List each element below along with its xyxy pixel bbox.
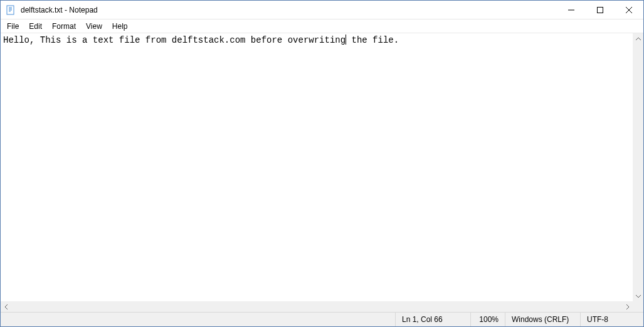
menu-view[interactable]: View: [81, 21, 107, 32]
scroll-right-arrow-icon[interactable]: [622, 301, 633, 312]
text-caret: [346, 35, 346, 45]
status-position: Ln 1, Col 66: [396, 313, 471, 326]
vertical-scroll-track[interactable]: [633, 44, 643, 291]
menubar: File Edit Format View Help: [1, 19, 643, 33]
minimize-icon: [568, 7, 574, 13]
horizontal-scrollbar[interactable]: [1, 301, 633, 312]
horizontal-scroll-track[interactable]: [11, 301, 622, 312]
close-button[interactable]: [615, 1, 643, 19]
status-spacer: [1, 313, 396, 326]
vertical-scrollbar[interactable]: [633, 33, 643, 301]
statusbar: Ln 1, Col 66 100% Windows (CRLF) UTF-8: [1, 312, 643, 326]
status-encoding: UTF-8: [581, 313, 643, 326]
scroll-down-arrow-icon[interactable]: [633, 291, 643, 301]
text-after-caret: the file.: [346, 35, 399, 45]
minimize-button[interactable]: [557, 1, 586, 19]
status-line-ending: Windows (CRLF): [505, 313, 581, 326]
text-area[interactable]: Hello, This is a text file from delftsta…: [1, 33, 643, 312]
svg-rect-6: [598, 7, 603, 13]
notepad-icon: [6, 5, 16, 15]
notepad-window: delftstack.txt - Notepad File Edit: [0, 0, 644, 327]
menu-edit[interactable]: Edit: [24, 21, 47, 32]
titlebar: delftstack.txt - Notepad: [1, 1, 643, 19]
maximize-button[interactable]: [586, 1, 615, 19]
text-content[interactable]: Hello, This is a text file from delftsta…: [1, 33, 643, 47]
text-before-caret: Hello, This is a text file from delftsta…: [3, 35, 346, 45]
window-controls: [557, 1, 643, 19]
menu-file[interactable]: File: [2, 21, 24, 32]
status-zoom: 100%: [471, 313, 505, 326]
maximize-icon: [597, 7, 603, 13]
menu-help[interactable]: Help: [107, 21, 133, 32]
window-title: delftstack.txt - Notepad: [19, 6, 557, 14]
menu-format[interactable]: Format: [47, 21, 81, 32]
scroll-up-arrow-icon[interactable]: [633, 33, 643, 44]
scroll-corner: [633, 301, 643, 312]
scroll-left-arrow-icon[interactable]: [1, 301, 11, 312]
close-icon: [626, 7, 632, 13]
